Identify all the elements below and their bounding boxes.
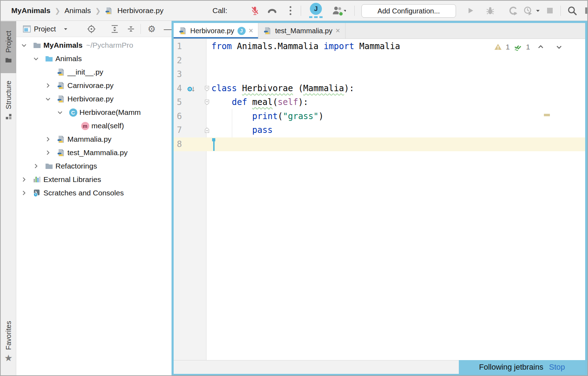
python-icon xyxy=(57,135,65,143)
line-number: 1 xyxy=(177,40,182,54)
view-dropdown-chevron-icon[interactable] xyxy=(63,21,68,37)
tree-item-label: MyAnimals xyxy=(43,41,83,49)
project-tree-item[interactable]: External Libraries xyxy=(16,173,172,186)
fold-marker-icon[interactable] xyxy=(204,127,210,133)
clipped-toolbar-icon[interactable] xyxy=(585,1,588,20)
hang-up-icon[interactable] xyxy=(267,1,277,20)
close-tab-icon[interactable]: × xyxy=(249,27,253,35)
project-tree-item[interactable]: Herbivorae.py xyxy=(16,92,172,106)
project-tree-item[interactable]: Refactorings xyxy=(16,159,172,173)
folder-icon xyxy=(5,57,12,64)
fold-marker-icon[interactable] xyxy=(204,86,210,92)
add-configuration-button[interactable]: Add Configuration... xyxy=(361,4,456,18)
line-number: 8 xyxy=(177,137,182,152)
project-panel-title[interactable]: Project xyxy=(34,21,56,37)
tool-window-stripe: Project Structure Favorites ★ xyxy=(1,21,16,375)
collaborators-icon[interactable] xyxy=(331,1,346,20)
settings-gear-icon[interactable]: ⚙ xyxy=(148,21,156,37)
call-label: Call: xyxy=(212,1,227,20)
profiler-dropdown-chevron-icon[interactable] xyxy=(534,1,541,20)
user-avatar[interactable]: J xyxy=(309,3,323,18)
project-tree-item[interactable]: Carnivorae.py xyxy=(16,79,172,92)
editor-tab[interactable]: test_Mammalia.py× xyxy=(258,23,345,39)
tree-chevron-icon[interactable] xyxy=(32,162,45,170)
code-line[interactable]: 4class Herbivorae (Mammalia): xyxy=(174,82,585,96)
next-problem-chevron-icon[interactable] xyxy=(555,43,563,51)
inspection-widget[interactable]: 1 1 xyxy=(494,42,563,52)
code-line[interactable]: 6 print("grass") xyxy=(174,110,585,124)
call-options-kebab-icon[interactable] xyxy=(287,1,294,20)
project-tree: MyAnimals~/PycharmProAnimals__init__.pyC… xyxy=(16,37,172,200)
line-number: 6 xyxy=(177,110,182,124)
tree-chevron-icon[interactable] xyxy=(44,135,57,143)
editor[interactable]: 1from Animals.Mammalia import Mammalia23… xyxy=(174,39,585,360)
microphone-muted-icon[interactable] xyxy=(250,1,260,20)
run-icon[interactable] xyxy=(466,1,475,20)
code-line[interactable]: 3 xyxy=(174,67,585,82)
tree-chevron-icon[interactable] xyxy=(44,95,57,103)
tree-chevron-icon[interactable] xyxy=(44,149,57,157)
prev-problem-chevron-icon[interactable] xyxy=(536,43,545,51)
breadcrumb-separator-icon: ❯ xyxy=(95,7,101,15)
profiler-icon[interactable] xyxy=(523,1,533,20)
project-tree-item[interactable]: mmeal(self) xyxy=(16,119,172,133)
search-everywhere-icon[interactable] xyxy=(567,1,577,20)
project-tree-item[interactable]: MyAnimals~/PycharmPro xyxy=(16,39,172,52)
project-tree-item[interactable]: Mammalia.py xyxy=(16,133,172,146)
tree-chevron-icon[interactable] xyxy=(32,55,45,63)
avatar-following-underline xyxy=(309,16,323,18)
collapse-all-icon[interactable] xyxy=(126,21,136,37)
project-tree-item[interactable]: test_Mammalia.py xyxy=(16,146,172,159)
stripe-tab-structure[interactable]: Structure xyxy=(1,74,16,127)
tree-chevron-icon[interactable] xyxy=(56,108,69,116)
project-tree-item[interactable]: Animals xyxy=(16,52,172,65)
project-view-icon xyxy=(23,21,31,37)
warning-icon xyxy=(494,43,502,51)
stop-following-link[interactable]: Stop xyxy=(549,363,565,372)
libs-icon xyxy=(33,175,41,184)
editor-following-frame: Herbivorae.pyJ×test_Mammalia.py× 1from A… xyxy=(172,21,587,376)
star-icon: ★ xyxy=(4,353,12,363)
header-separator xyxy=(140,24,141,34)
line-number: 2 xyxy=(177,54,182,68)
debug-icon[interactable] xyxy=(485,1,495,20)
code-line[interactable]: 5 def meal(self): xyxy=(174,95,585,110)
python-file-icon xyxy=(105,7,113,15)
remote-user-caret xyxy=(212,138,215,151)
breadcrumb-project[interactable]: MyAnimals xyxy=(11,6,50,15)
project-tree-item[interactable]: CHerbivorae(Mamm xyxy=(16,106,172,119)
tree-chevron-icon[interactable] xyxy=(44,82,57,89)
stop-icon[interactable] xyxy=(546,1,554,20)
editor-tab[interactable]: Herbivorae.pyJ× xyxy=(174,23,258,39)
breadcrumb-package[interactable]: Animals xyxy=(65,6,91,15)
expand-all-icon[interactable] xyxy=(110,21,119,37)
breadcrumb-file[interactable]: Herbivorae.py xyxy=(117,6,163,15)
close-tab-icon[interactable]: × xyxy=(336,27,340,35)
project-panel-header: Project ⚙ — xyxy=(16,21,172,37)
tree-chevron-icon[interactable] xyxy=(20,176,33,183)
warning-count: 1 xyxy=(506,43,510,51)
override-marker-icon[interactable] xyxy=(186,84,196,94)
code-line-current[interactable]: 8 xyxy=(174,137,585,152)
breadcrumb: MyAnimals ❯ Animals ❯ Herbivorae.py xyxy=(11,1,163,20)
project-tool-window: Project ⚙ — MyAnimals~/PycharmProAnimals… xyxy=(16,21,172,375)
locate-file-icon[interactable] xyxy=(87,21,96,37)
stripe-tab-project[interactable]: Project xyxy=(1,21,16,73)
class-icon: C xyxy=(69,108,77,117)
pycharm-window: MyAnimals ❯ Animals ❯ Herbivorae.py Call… xyxy=(0,0,588,376)
hide-panel-icon[interactable]: — xyxy=(164,21,172,37)
folder-blue-icon xyxy=(45,54,53,63)
run-with-coverage-icon[interactable] xyxy=(508,1,518,20)
project-tree-item[interactable]: __init__.py xyxy=(16,65,172,79)
scratch-icon xyxy=(33,189,41,197)
project-tree-item[interactable]: Scratches and Consoles xyxy=(16,186,172,200)
stripe-tab-favorites[interactable]: Favorites ★ xyxy=(1,315,16,368)
editor-tab-label: test_Mammalia.py xyxy=(275,27,332,35)
scrollbar-warning-mark[interactable] xyxy=(544,114,550,116)
tree-chevron-icon[interactable] xyxy=(20,41,33,49)
tree-chevron-icon[interactable] xyxy=(20,189,33,197)
code-line[interactable]: 7 pass xyxy=(174,123,585,137)
toolbar-separator xyxy=(354,6,355,16)
fold-marker-icon[interactable] xyxy=(204,99,210,105)
code-line[interactable]: 2 xyxy=(174,54,585,68)
